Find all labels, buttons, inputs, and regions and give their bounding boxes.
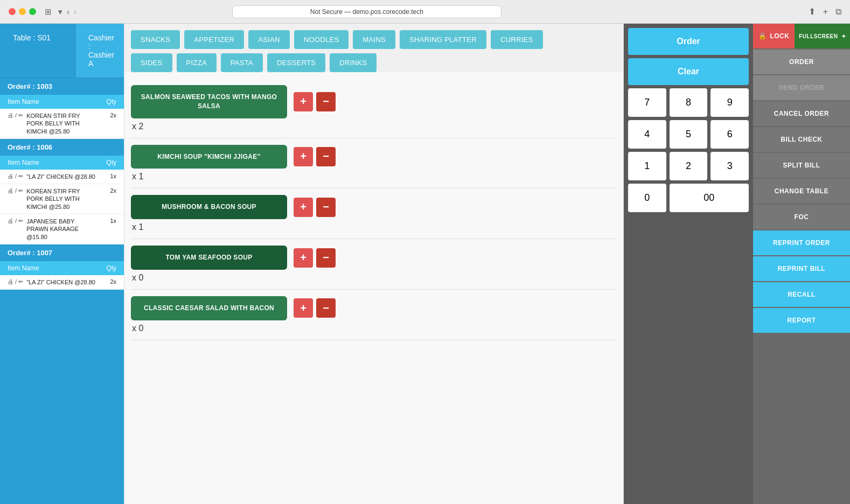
menu-items-list: SALMON SEAWEED TACOS WITH MANGO SALSA + … — [124, 72, 623, 504]
item-qty: 2x — [100, 187, 116, 194]
menu-item-qty: x 0 — [131, 273, 617, 283]
order-item[interactable]: 🖨 / ✏ KOREAN STIR FRY PORK BELLY WITH KI… — [0, 109, 124, 139]
numpad-key-2[interactable]: 2 — [670, 152, 708, 180]
fullscreen-button[interactable]: FULLSCREEN ✦ — [795, 24, 850, 48]
change-table-button[interactable]: CHANGE TABLE — [753, 179, 850, 204]
forward-icon[interactable]: › — [74, 7, 76, 16]
url-bar[interactable]: Not Secure — demo.pos.corecode.tech — [232, 5, 501, 18]
order-1003: Order# : 1003 Item Name Qty 🖨 / ✏ KOREAN… — [0, 78, 124, 139]
category-tabs: SNACKS APPETIZER ASIAN NOODLES MAINS SHA… — [124, 24, 623, 72]
tab-sharing-platter[interactable]: SHARING PLATTER — [400, 30, 486, 49]
tab-noodles[interactable]: NOODLES — [294, 30, 349, 49]
order-1007-header: Order# : 1007 — [0, 244, 124, 261]
qty-plus-btn[interactable]: + — [294, 147, 313, 166]
tab-snacks[interactable]: SNACKS — [131, 30, 180, 49]
numpad-key-00[interactable]: 00 — [670, 184, 749, 212]
numpad-key-4[interactable]: 4 — [628, 120, 666, 149]
order-item[interactable]: 🖨 / ✏ "LA ZI" CHICKEN @28.80 1x — [0, 170, 124, 184]
numpad-key-3[interactable]: 3 — [710, 152, 749, 180]
qty-minus-btn[interactable]: − — [316, 248, 336, 268]
tab-asian[interactable]: ASIAN — [248, 30, 290, 49]
qty-plus-btn[interactable]: + — [294, 248, 313, 268]
numpad-key-6[interactable]: 6 — [710, 120, 749, 149]
print-edit-icon[interactable]: 🖨 / ✏ — [8, 278, 23, 285]
numpad-key-7[interactable]: 7 — [628, 88, 666, 117]
menu-item-kimchi-btn[interactable]: KIMCHI SOUP "KIMCHI JJIGAE" — [131, 145, 287, 169]
cancel-order-button[interactable]: CANCEL ORDER — [753, 101, 850, 126]
tab-appetizer[interactable]: APPETIZER — [184, 30, 244, 49]
menu-item-row: KIMCHI SOUP "KIMCHI JJIGAE" + − x 1 — [131, 138, 617, 189]
fullscreen-icon: ✦ — [841, 33, 846, 39]
order-button[interactable]: ORDER — [753, 50, 850, 74]
action-panel: 🔒 LOCK FULLSCREEN ✦ ORDER SEND ORDER CAN… — [753, 24, 850, 504]
tab-drinks[interactable]: DRINKS — [330, 53, 377, 72]
tab-pizza[interactable]: PIZZA — [177, 53, 217, 72]
back-icon[interactable]: ‹ — [67, 7, 69, 16]
tabs-icon[interactable]: ⧉ — [835, 7, 841, 17]
numpad-key-5[interactable]: 5 — [670, 120, 708, 149]
qty-minus-btn[interactable]: − — [316, 147, 336, 166]
qty-minus-btn[interactable]: − — [316, 298, 336, 318]
item-name: KOREAN STIR FRY PORK BELLY WITH KIMCHI @… — [26, 112, 97, 135]
numpad-order-button[interactable]: Order — [628, 28, 749, 55]
menu-item-salmon-btn[interactable]: SALMON SEAWEED TACOS WITH MANGO SALSA — [131, 85, 287, 118]
sidebar: Table : S01 Cashier : Cashier A Order# :… — [0, 24, 124, 504]
nav-chevron-icon: ▾ — [58, 7, 62, 17]
col-name-label: Item Name — [8, 264, 95, 272]
qty-minus-btn[interactable]: − — [316, 198, 336, 217]
tab-desserts[interactable]: DESSERTS — [267, 53, 325, 72]
numpad-key-1[interactable]: 1 — [628, 152, 666, 180]
order-item[interactable]: 🖨 / ✏ "LA ZI" CHICKEN @28.80 2x — [0, 275, 124, 290]
col-qty-label: Qty — [95, 264, 116, 272]
order-1003-columns: Item Name Qty — [0, 95, 124, 109]
foc-button[interactable]: FOC — [753, 205, 850, 229]
col-qty-label: Qty — [95, 159, 116, 166]
numpad-clear-button[interactable]: Clear — [628, 58, 749, 85]
tab-sides[interactable]: SIDES — [131, 53, 172, 72]
close-button[interactable] — [9, 8, 16, 15]
menu-item-row: SALMON SEAWEED TACOS WITH MANGO SALSA + … — [131, 79, 617, 138]
reprint-bill-button[interactable]: REPRINT BILL — [753, 256, 850, 281]
numpad-key-8[interactable]: 8 — [670, 88, 708, 117]
qty-plus-btn[interactable]: + — [294, 92, 313, 111]
numpad-key-0[interactable]: 0 — [628, 184, 666, 212]
print-edit-icon[interactable]: 🖨 / ✏ — [8, 187, 23, 194]
print-edit-icon[interactable]: 🖨 / ✏ — [8, 112, 23, 119]
menu-item-qty: x 1 — [131, 222, 617, 232]
reprint-order-button[interactable]: REPRINT ORDER — [753, 230, 850, 255]
order-item[interactable]: 🖨 / ✏ JAPANESE BABY PRAWN KARAAGE @15.80… — [0, 214, 124, 244]
menu-item-qty: x 2 — [131, 122, 617, 131]
qty-plus-btn[interactable]: + — [294, 198, 313, 217]
item-qty: 2x — [100, 278, 116, 285]
send-order-button[interactable]: SEND ORDER — [753, 75, 850, 100]
menu-item-tomyam-btn[interactable]: TOM YAM SEAFOOD SOUP — [131, 246, 287, 270]
order-1006-header: Order# : 1006 — [0, 139, 124, 156]
print-edit-icon[interactable]: 🖨 / ✏ — [8, 218, 23, 225]
browser-chrome: ⊞ ▾ ‹ › Not Secure — demo.pos.corecode.t… — [0, 0, 850, 24]
bill-check-button[interactable]: BILL CHECK — [753, 127, 850, 152]
tab-mains[interactable]: MAINS — [353, 30, 395, 49]
new-tab-icon[interactable]: + — [823, 7, 828, 17]
order-1003-header: Order# : 1003 — [0, 78, 124, 95]
tab-pasta[interactable]: PASTA — [221, 53, 263, 72]
numpad-key-9[interactable]: 9 — [710, 88, 749, 117]
share-icon[interactable]: ⬆ — [809, 6, 816, 17]
menu-item-mushroom-btn[interactable]: MUSHROOM & BACON SOUP — [131, 195, 287, 219]
sidebar-toggle-icon[interactable]: ⊞ — [45, 7, 52, 17]
print-edit-icon[interactable]: 🖨 / ✏ — [8, 173, 23, 180]
cashier-label: Cashier : Cashier A — [75, 24, 124, 78]
minimize-button[interactable] — [19, 8, 26, 15]
lock-button[interactable]: 🔒 LOCK — [753, 24, 795, 48]
numpad-panel: Order Clear 7 8 9 4 5 6 1 2 3 0 00 — [624, 24, 753, 504]
order-1006: Order# : 1006 Item Name Qty 🖨 / ✏ "LA ZI… — [0, 139, 124, 244]
order-item[interactable]: 🖨 / ✏ KOREAN STIR FRY PORK BELLY WITH KI… — [0, 184, 124, 214]
maximize-button[interactable] — [29, 8, 36, 15]
tab-curries[interactable]: CURRIES — [491, 30, 543, 49]
menu-item-caesar-btn[interactable]: CLASSIC CAESAR SALAD WITH BACON — [131, 296, 287, 320]
qty-minus-btn[interactable]: − — [316, 92, 336, 111]
col-qty-label: Qty — [95, 98, 116, 106]
report-button[interactable]: REPORT — [753, 308, 850, 333]
recall-button[interactable]: RECALL — [753, 282, 850, 307]
split-bill-button[interactable]: SPLIT BILL — [753, 153, 850, 178]
qty-plus-btn[interactable]: + — [294, 298, 313, 318]
